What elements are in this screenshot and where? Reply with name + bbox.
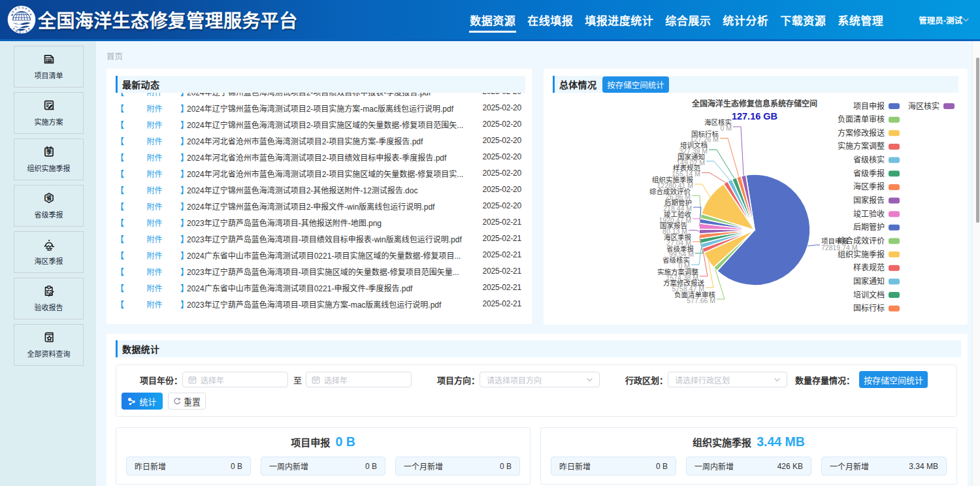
svg-text:577.66 M: 577.66 M xyxy=(687,297,715,304)
svg-text:样表规范: 样表规范 xyxy=(853,263,885,272)
svg-text:省级季报: 省级季报 xyxy=(853,169,885,178)
svg-text:海区核实: 海区核实 xyxy=(908,101,939,111)
svg-text:综合成效评价: 综合成效评价 xyxy=(838,236,885,246)
svg-text:国家报告: 国家报告 xyxy=(853,195,885,205)
svg-text:127.16 GB: 127.16 GB xyxy=(732,111,777,122)
svg-text:0 M: 0 M xyxy=(720,124,732,132)
svg-text:方案修改报送: 方案修改报送 xyxy=(838,128,885,138)
svg-text:组织实施季报: 组织实施季报 xyxy=(838,250,885,259)
svg-text:后期管护: 后期管护 xyxy=(853,222,885,232)
svg-text:培训文档: 培训文档 xyxy=(853,290,885,300)
svg-text:省级核实: 省级核实 xyxy=(853,155,885,165)
svg-text:国家通知: 国家通知 xyxy=(853,276,885,286)
svg-text:项目申报: 项目申报 xyxy=(853,101,885,111)
svg-text:竣工验收: 竣工验收 xyxy=(853,209,885,219)
svg-text:负面清单审核: 负面清单审核 xyxy=(838,114,885,124)
svg-text:国标行标: 国标行标 xyxy=(853,304,885,313)
svg-text:省: 省 xyxy=(45,194,52,201)
svg-text:季: 季 xyxy=(45,148,52,155)
svg-text:全国海洋生态修复信息系统存储空间: 全国海洋生态修复信息系统存储空间 xyxy=(691,99,817,108)
svg-text:实施方案调整: 实施方案调整 xyxy=(838,141,885,151)
svg-text:海区季报: 海区季报 xyxy=(853,182,885,191)
